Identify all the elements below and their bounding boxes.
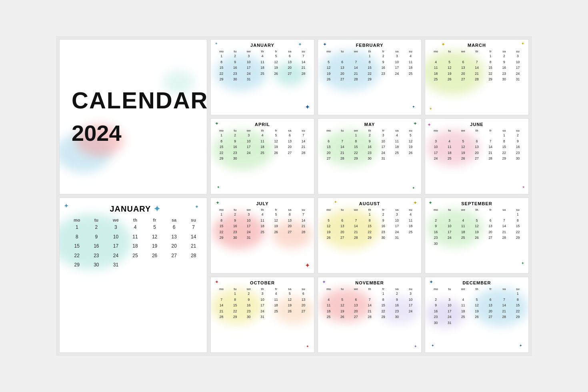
apr-header: APRIL (215, 122, 310, 127)
nov-cal: motuwethfrsasu 123 45678910 111213141516… (322, 287, 417, 320)
may-header: MAY (322, 122, 417, 127)
jul-header: JULY (215, 201, 310, 206)
calendar-title: CALENDAR (72, 88, 207, 113)
september-cell: ✦ ✦ SEPTEMBER motuwethfrsasu 1 2345678 9… (425, 198, 529, 274)
dec-header: DECEMBER (429, 280, 524, 285)
january-cell: ✦ ✦ ✦ JANUARY motuwethfrsasu 1234567 891… (210, 39, 314, 115)
march-cell: ✦ ✦ ✦ MARCH motuwethfrsasu 123 45678910 … (425, 39, 529, 115)
title-cell: CALENDAR 2024 (59, 39, 207, 194)
sep-cal: motuwethfrsasu 1 2345678 9101112131415 1… (429, 208, 524, 247)
april-cell: ✦ ✦ APRIL motuwethfrsasu 1234567 8910111… (210, 118, 314, 194)
august-cell: ✦ ✦ AUGUST motuwethfrsasu 1234 567891011… (318, 198, 422, 274)
nov-header: NOVEMBER (322, 280, 417, 285)
december-cell: ✦ ✦ ✦ DECEMBER motuwethfrsasu 1 2345678 … (425, 277, 529, 353)
dec-cal: motuwethfrsasu 1 2345678 9101112131415 1… (429, 287, 524, 326)
february-cell: ✦ ✦ FEBRUARY motuwethfrsasu 1234 5678910… (318, 39, 422, 115)
apr-cal: motuwethfrsasu 1234567 891011121314 1516… (215, 129, 310, 162)
calendar-grid: CALENDAR 2024 ✦ ✦ ✦ JANUARY motuwethfrsa… (56, 36, 532, 356)
jul-cal: motuwethfrsasu 1234567 891011121314 1516… (215, 208, 310, 241)
sep-header: SEPTEMBER (429, 201, 524, 206)
feb-cal: motuwethfrsasu 1234 567891011 1213141516… (322, 50, 417, 82)
june-cell: ✦ ✦ JUNE motuwethfrsasu 12 3456789 10111… (425, 118, 529, 194)
oct-cal: motuwethfrsasu 123456 78910111213 141516… (215, 287, 310, 320)
calendar-year: 2024 (72, 120, 122, 146)
jun-header: JUNE (429, 122, 524, 127)
may-cal: motuwethfrsasu 12345 6789101112 13141516… (322, 129, 417, 162)
feb-header: FEBRUARY (322, 43, 417, 48)
jan-header: JANUARY (215, 43, 310, 48)
aug-cal: motuwethfrsasu 1234 567891011 1213141516… (322, 208, 417, 241)
july-cell: ✦ ✦ JULY motuwethfrsasu 1234567 89101112… (210, 198, 314, 274)
october-cell: ✦ ✦ OCTOBER motuwethfrsasu 123456 789101… (210, 277, 314, 353)
january-large-cell: ✦ ✦ JANUARY ✦ motuwethfrsasu 1234567 891… (59, 198, 207, 353)
jun-cal: motuwethfrsasu 12 3456789 10111213141516… (429, 129, 524, 162)
mar-cal: motuwethfrsasu 123 45678910 111213141516… (429, 50, 524, 82)
november-cell: ✦ ✦ NOVEMBER motuwethfrsasu 123 45678910… (318, 277, 422, 353)
jan-large-header: JANUARY ✦ (68, 204, 203, 214)
jan-large-cal: motuwethfrsasu 1234567 891011121314 1516… (68, 218, 203, 270)
oct-header: OCTOBER (215, 280, 310, 285)
may-cell: ✦ ✦ MAY motuwethfrsasu 12345 6789101112 … (318, 118, 422, 194)
jan-cal: motuwethfrsasu 1234567 891011121314 1516… (215, 50, 310, 82)
